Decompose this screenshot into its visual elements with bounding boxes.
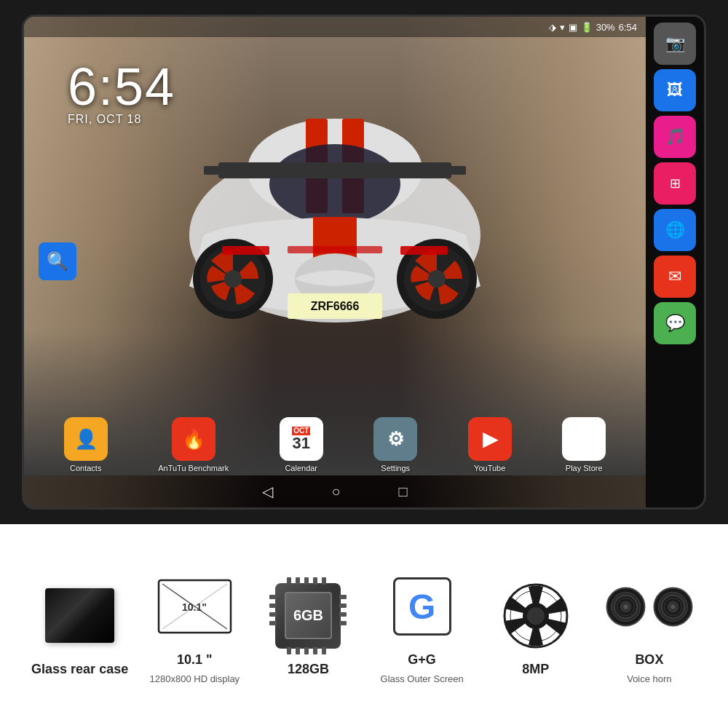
app-browser[interactable]: 🌐: [654, 209, 696, 251]
app-messages[interactable]: 💬: [654, 302, 696, 344]
camera-mp-label: 8MP: [522, 662, 549, 677]
svg-rect-28: [322, 577, 326, 585]
car-image: ZRF6666: [160, 53, 510, 344]
chip-icon: 6GB: [275, 583, 341, 649]
svg-rect-32: [313, 647, 317, 654]
chip-icon-area: 6GB: [268, 576, 348, 656]
app-apps[interactable]: ⊞: [654, 162, 696, 205]
calendar-label: Calendar: [285, 464, 317, 472]
app-settings[interactable]: ⚙ Settings: [373, 417, 417, 472]
glass-rear-label: Glass rear case: [31, 662, 128, 677]
battery-icon: 🔋: [581, 22, 593, 33]
screen-size-svg: 10.1": [157, 578, 233, 635]
speaker-sub: Voice horn: [627, 673, 671, 686]
svg-rect-5: [218, 162, 451, 178]
nav-back-button[interactable]: ◁: [262, 483, 273, 500]
storage-label: 128GB: [288, 662, 329, 677]
speaker-icon-area: [609, 566, 689, 646]
app-camera[interactable]: 📷: [654, 23, 696, 65]
svg-rect-27: [313, 577, 317, 585]
svg-point-50: [623, 604, 628, 609]
status-icons: ⬗ ▾ ▣ 🔋 30% 6:54: [549, 22, 637, 33]
feature-speaker: BOX Voice horn: [602, 566, 697, 686]
svg-rect-18: [400, 246, 448, 255]
status-bar: ⬗ ▾ ▣ 🔋 30% 6:54: [24, 17, 646, 37]
app-gmail[interactable]: ✉: [654, 256, 696, 298]
search-icon: 🔍: [47, 251, 68, 272]
wifi-icon: ▾: [560, 22, 565, 33]
svg-point-45: [527, 607, 545, 625]
contacts-icon: 👤: [64, 417, 108, 461]
speaker-right-svg: [653, 587, 693, 627]
app-antutu[interactable]: 🔥 AnTuTu Benchmark: [158, 417, 229, 472]
antutu-icon: 🔥: [172, 417, 215, 461]
svg-point-13: [428, 270, 446, 288]
tablet-device: ZRF6666 ⬗ ▾ ▣ 🔋 30% 6:54: [22, 15, 706, 510]
right-app-dock: 📷 🖼 🎵 ⊞ 🌐 ✉ 💬: [646, 17, 704, 507]
svg-rect-34: [269, 595, 277, 599]
youtube-label: YouTube: [474, 464, 505, 472]
camera-aperture-icon: [503, 583, 569, 649]
google-g-icon: G: [393, 577, 451, 636]
app-calendar[interactable]: OCT 31 Calendar: [280, 417, 323, 472]
feature-storage: 6GB 128GB: [261, 576, 355, 677]
google-label: G+G: [408, 652, 436, 668]
speaker-left-svg: [606, 587, 646, 627]
app-playstore[interactable]: ▶ Play Store: [562, 417, 606, 472]
svg-rect-37: [269, 621, 277, 625]
chip-pins-right: [339, 592, 347, 628]
chip-pins-bottom: [284, 647, 332, 654]
chip-pins-left: [269, 592, 277, 628]
youtube-icon: ▶: [468, 417, 512, 461]
chip-pins-top: [284, 577, 332, 585]
svg-rect-31: [304, 647, 309, 654]
svg-rect-38: [339, 595, 347, 599]
svg-rect-17: [222, 246, 269, 255]
playstore-label: Play Store: [566, 464, 603, 472]
svg-rect-33: [322, 647, 326, 654]
calendar-icon: OCT 31: [280, 417, 323, 461]
svg-rect-24: [287, 577, 291, 585]
app-gallery[interactable]: 🖼: [654, 69, 696, 111]
nav-recent-button[interactable]: □: [399, 483, 408, 500]
svg-rect-19: [288, 246, 382, 253]
speaker-box-label: BOX: [635, 652, 663, 668]
features-section: Glass rear case 10.1" 10.1 " 1280x800 HD…: [0, 524, 728, 728]
feature-google: G G+G Glass Outer Screen: [375, 566, 470, 686]
svg-point-58: [670, 604, 675, 609]
google-sub: Glass Outer Screen: [381, 673, 464, 686]
screen-time-display: 6:54 FRI, OCT 18: [68, 57, 175, 126]
svg-rect-25: [296, 577, 300, 585]
svg-rect-39: [339, 604, 347, 608]
settings-label: Settings: [381, 464, 410, 472]
tablet-screen[interactable]: ZRF6666 ⬗ ▾ ▣ 🔋 30% 6:54: [24, 17, 646, 507]
signal-icon: ▣: [569, 22, 577, 33]
svg-rect-30: [296, 647, 300, 654]
aperture-svg: [503, 583, 569, 649]
nav-bar: ◁ ○ □: [24, 475, 646, 507]
svg-point-4: [269, 144, 400, 224]
nav-home-button[interactable]: ○: [331, 483, 340, 500]
svg-rect-7: [444, 166, 466, 175]
chip-label: 6GB: [285, 592, 332, 639]
svg-rect-41: [339, 621, 347, 625]
app-music[interactable]: 🎵: [654, 116, 696, 158]
big-clock: 6:54: [68, 57, 175, 116]
svg-rect-26: [304, 577, 309, 585]
speaker-icons: [606, 587, 693, 627]
camera-icon-area: [496, 576, 576, 656]
svg-rect-40: [339, 612, 347, 617]
glass-rear-icon-area: [40, 576, 120, 656]
antutu-label: AnTuTu Benchmark: [158, 464, 229, 472]
google-icon-area: G: [382, 566, 462, 646]
screen-size-label: 10.1 ": [177, 652, 213, 668]
svg-text:ZRF6666: ZRF6666: [311, 300, 360, 312]
svg-rect-29: [287, 647, 291, 654]
search-fab-button[interactable]: 🔍: [39, 242, 76, 280]
svg-rect-36: [269, 612, 277, 617]
playstore-icon: ▶: [562, 417, 606, 461]
app-contacts[interactable]: 👤 Contacts: [64, 417, 108, 472]
app-youtube[interactable]: ▶ YouTube: [468, 417, 512, 472]
app-dock: 👤 Contacts 🔥 AnTuTu Benchmark OCT 31 Cal…: [24, 417, 646, 472]
screen-size-sub: 1280x800 HD display: [150, 673, 240, 686]
